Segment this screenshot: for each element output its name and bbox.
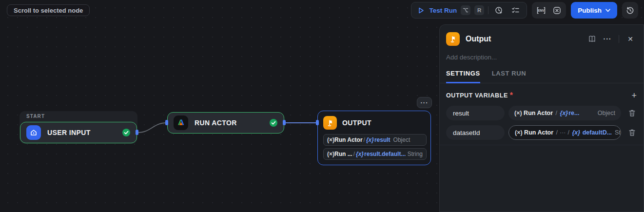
flow-edges [0, 0, 438, 212]
run-actor-input-port[interactable] [165, 120, 168, 125]
mapping-path: result [374, 136, 390, 143]
variables-x-icon[interactable] [550, 4, 563, 17]
description-input[interactable] [446, 54, 631, 61]
variable-icon: {x} [572, 129, 581, 136]
output-node-more-button[interactable]: ··· [417, 97, 432, 108]
tab-settings[interactable]: SETTINGS [446, 70, 480, 83]
variable-name-input[interactable] [446, 106, 505, 120]
plus-icon: + [631, 91, 637, 100]
node-detail-panel: Output ··· ✕ SETTINGS LAST RUN OUTPUT VA… [439, 24, 644, 212]
panel-title: Output [466, 35, 580, 43]
test-run-group: Test Run R [411, 2, 527, 19]
panel-header-divider [619, 35, 619, 43]
output-flag-icon [446, 32, 460, 46]
run-actor-success-check-icon [269, 118, 278, 127]
variable-name-input[interactable] [446, 125, 505, 140]
variable-source: Run Actor [524, 129, 553, 136]
variable-row: (×) Run Actor /···/ {x} defaultD...Str..… [440, 125, 644, 140]
user-input-output-port[interactable] [136, 130, 138, 135]
path-separator: / [568, 129, 569, 136]
output-title: OUTPUT [342, 119, 427, 127]
env-tools-group: ENV [532, 2, 566, 19]
function-icon: (×) [515, 129, 523, 136]
svg-text:ENV: ENV [538, 9, 545, 12]
panel-tabs: SETTINGS LAST RUN [440, 61, 644, 83]
panel-header: Output ··· ✕ [440, 25, 644, 46]
run-actor-title: RUN ACTOR [195, 119, 263, 127]
start-group-label: START [26, 114, 45, 119]
node-user-input[interactable]: USER INPUT [20, 122, 137, 143]
publish-label: Publish [578, 7, 602, 14]
function-icon: (×) [514, 110, 522, 116]
run-actor-output-port[interactable] [283, 120, 286, 125]
node-output[interactable]: OUTPUT (×)Run Actor/{x}resultObject (×)R… [317, 111, 431, 165]
env-variables-icon[interactable]: ENV [535, 4, 547, 17]
function-icon: (×) [327, 136, 334, 143]
run-checklist-icon[interactable] [509, 4, 522, 17]
output-flag-icon [323, 116, 337, 130]
variable-type: Str... [615, 129, 621, 136]
panel-section-divider [440, 145, 644, 145]
path-separator: / [556, 129, 558, 136]
user-input-home-icon [26, 125, 41, 140]
variable-path: defaultD... [583, 129, 612, 136]
scroll-to-selected-node-label: Scroll to selected node [14, 7, 83, 14]
play-icon[interactable] [416, 4, 425, 17]
mapping-type: String [408, 151, 423, 157]
tab-last-run[interactable]: LAST RUN [492, 70, 527, 83]
mapping-source: Run ... [334, 151, 352, 157]
section-title: OUTPUT VARIABLE [446, 92, 508, 99]
output-variable-section-header: OUTPUT VARIABLE * + [440, 83, 644, 106]
path-separator: / [556, 110, 557, 116]
more-ellipsis-icon: ··· [421, 99, 429, 106]
close-panel-button[interactable]: ✕ [624, 33, 637, 45]
variable-icon: {x} [560, 110, 568, 116]
variable-row: (×) Run Actor / {x}re...Object [440, 106, 644, 120]
variable-icon: {x} [366, 136, 374, 143]
output-mapping-chip[interactable]: (×)Run .../{x}result.default...String [323, 148, 427, 160]
more-ellipsis-icon: ··· [604, 35, 612, 43]
mapping-type: Object [393, 136, 410, 143]
r-key-badge: R [474, 5, 484, 15]
user-input-title: USER INPUT [47, 129, 116, 136]
option-key-badge [461, 5, 470, 15]
mapping-source: Run Actor [334, 136, 363, 143]
path-separator: / [353, 151, 355, 157]
node-run-actor[interactable]: RUN ACTOR [167, 112, 284, 134]
required-marker: * [510, 91, 513, 100]
delete-variable-button[interactable] [627, 129, 637, 136]
variable-path: re... [568, 110, 579, 116]
test-run-button[interactable]: Test Run [429, 7, 457, 14]
output-input-port[interactable] [316, 120, 319, 125]
user-input-success-check-icon [122, 128, 131, 137]
version-history-button[interactable] [622, 2, 638, 19]
panel-more-button[interactable]: ··· [601, 33, 614, 45]
trash-icon [628, 109, 636, 117]
docs-book-icon[interactable] [585, 33, 598, 45]
scheduled-run-icon[interactable] [492, 4, 505, 17]
toolbar-divider [488, 6, 488, 14]
chevron-down-icon [605, 9, 610, 12]
scroll-to-selected-node-button[interactable]: Scroll to selected node [7, 4, 90, 16]
function-icon: (×) [327, 151, 334, 157]
add-variable-button[interactable]: + [631, 91, 637, 100]
top-toolbar: Test Run R ENV Publish [411, 2, 638, 19]
delete-variable-button[interactable] [627, 109, 637, 117]
path-ellipsis: ··· [560, 129, 566, 136]
history-icon [626, 6, 634, 15]
trash-icon [628, 129, 636, 136]
variable-source: Run Actor [524, 110, 553, 116]
variable-icon: {x} [356, 151, 364, 157]
mapping-path: result.default... [364, 151, 406, 157]
publish-button[interactable]: Publish [571, 2, 617, 19]
edge-userinput-runactor[interactable] [137, 123, 167, 133]
variable-type: Object [598, 110, 615, 116]
output-mapping-chip[interactable]: (×)Run Actor/{x}resultObject [323, 134, 427, 146]
variable-value-chip[interactable]: (×) Run Actor / {x}re...Object [508, 106, 621, 120]
run-actor-apify-icon [174, 116, 188, 130]
path-separator: / [364, 136, 365, 143]
close-icon: ✕ [627, 35, 633, 43]
variable-value-chip[interactable]: (×) Run Actor /···/ {x} defaultD...Str..… [508, 125, 621, 140]
